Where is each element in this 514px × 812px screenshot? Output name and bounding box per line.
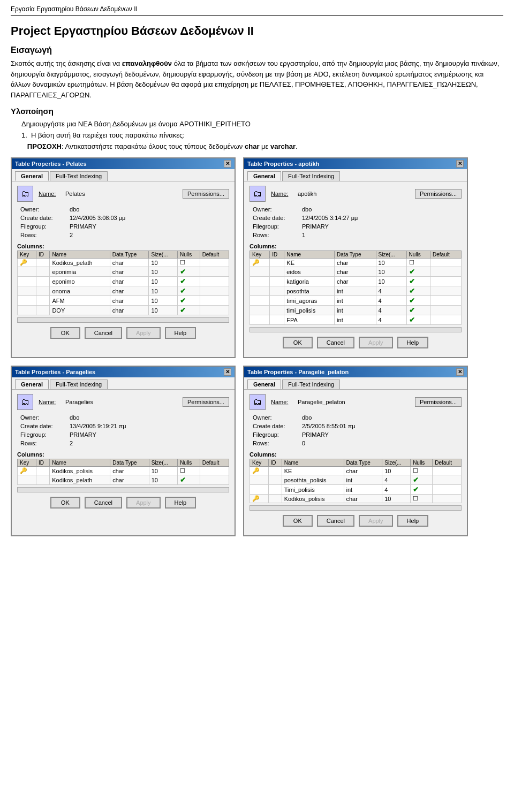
permissions-btn-pelates[interactable]: Permissions... xyxy=(183,189,229,199)
warning-bold: ΠΡΟΣΟΧΗ xyxy=(27,142,62,150)
dialog-pelates-buttons: OK Cancel Apply Help xyxy=(17,324,229,343)
dialog-apotikh-buttons: OK Cancel Apply Help xyxy=(250,333,462,353)
dialogs-row-1: Table Properties - Pelates ✕ General Ful… xyxy=(11,157,503,358)
dialog-paragelies-body: 🗂 Name: Paragelies Permissions... Owner:… xyxy=(12,390,235,517)
col-header-name: Name xyxy=(50,459,110,467)
columns-label-apotikh: Columns: xyxy=(250,243,462,249)
close-icon[interactable]: ✕ xyxy=(456,368,464,376)
permissions-btn-paragelie-pelaton[interactable]: Permissions... xyxy=(415,397,462,407)
name-label-paragelies: Name: xyxy=(39,399,65,405)
ok-button-apotikh[interactable]: OK xyxy=(283,337,313,348)
col-header-nulls: Nulls xyxy=(411,459,433,467)
dialog-paragelies-buttons: OK Cancel Apply Help xyxy=(17,494,229,513)
columns-label-pelates: Columns: xyxy=(17,243,229,249)
tab-general-paragelies[interactable]: General xyxy=(15,380,49,389)
ok-button-paragelies[interactable]: OK xyxy=(50,497,80,509)
table-row: 🔑 Kodikos_pelath char 10 ☐ xyxy=(18,259,229,267)
col-header-id: ID xyxy=(270,251,284,259)
columns-label-paragelie-pelaton: Columns: xyxy=(250,451,462,458)
col-header-default: Default xyxy=(200,459,229,467)
close-icon[interactable]: ✕ xyxy=(224,368,231,376)
table-row: timi_polisisint4 ✔ xyxy=(250,306,462,315)
hscroll-apotikh[interactable] xyxy=(250,327,462,332)
dialog-paragelies-titlebar: Table Properties - Paragelies ✕ xyxy=(12,367,235,377)
columns-table-paragelie-pelaton: Key ID Name Data Type Size(... Nulls Def… xyxy=(250,459,462,503)
tab-fulltext-pelates[interactable]: Full-Text Indexing xyxy=(50,171,108,181)
dialog-apotikh: Table Properties - apotikh ✕ General Ful… xyxy=(243,157,468,358)
table-row: FPAint4 ✔ xyxy=(250,315,462,325)
columns-table-pelates: Key ID Name Data Type Size(... Nulls Def… xyxy=(17,251,229,315)
table-icon-paragelie-pelaton: 🗂 xyxy=(250,394,266,410)
col-header-type: Data Type xyxy=(344,459,382,467)
cancel-button-paragelies[interactable]: Cancel xyxy=(85,497,122,509)
table-row: Kodikos_pelathchar10 ✔ xyxy=(18,475,229,485)
info-table-paragelie-pelaton: Owner:dbo Create date:2/5/2005 8:55:01 π… xyxy=(250,413,462,448)
cancel-button-paragelie-pelaton[interactable]: Cancel xyxy=(317,515,354,527)
section2-title: Υλοποίηση xyxy=(11,107,503,116)
table-row: 🔑 KEchar10 ☐ xyxy=(250,259,462,267)
info-table-paragelies: Owner:dbo Create date:13/4/2005 9:19:21 … xyxy=(17,413,229,448)
table-row: posothta_polisisint4 ✔ xyxy=(250,475,462,485)
table-row: eidoschar10 ✔ xyxy=(250,267,462,277)
permissions-btn-paragelies[interactable]: Permissions... xyxy=(183,397,229,407)
col-header-type: Data Type xyxy=(110,459,149,467)
dialog-pelates: Table Properties - Pelates ✕ General Ful… xyxy=(11,157,236,358)
tab-fulltext-apotikh[interactable]: Full-Text Indexing xyxy=(282,171,340,181)
table-icon-pelates: 🗂 xyxy=(17,186,33,202)
tab-general-apotikh[interactable]: General xyxy=(247,171,281,181)
dialog-pelates-body: 🗂 Name: Pelates Permissions... Owner:dbo… xyxy=(12,181,235,347)
step1-text: Δημιουργήστε μια ΝΕΑ Βάση Δεδομένων με ό… xyxy=(21,119,503,152)
help-button-paragelies[interactable]: Help xyxy=(165,497,196,509)
page-header: Εργασία Εργαστηρίου Βάσεων Δεδομένων ΙΙ xyxy=(11,5,503,16)
tab-general-paragelie-pelaton[interactable]: General xyxy=(247,380,281,389)
dialog-paragelies: Table Properties - Paragelies ✕ General … xyxy=(11,366,236,536)
col-header-default: Default xyxy=(200,251,229,259)
hscroll-paragelie-pelaton[interactable] xyxy=(250,505,462,511)
col-header-key: Key xyxy=(18,459,36,467)
name-value-pelates: Pelates xyxy=(65,191,183,197)
apply-button-apotikh[interactable]: Apply xyxy=(359,337,393,348)
dialog-pelates-title: Table Properties - Pelates xyxy=(15,161,87,167)
col-header-key: Key xyxy=(250,459,269,467)
columns-label-paragelies: Columns: xyxy=(17,451,229,458)
intro-paragraph: Σκοπός αυτής της άσκησης είναι να επαναλ… xyxy=(11,58,503,100)
dialog-paragelies-tabs: General Full-Text Indexing xyxy=(12,377,235,390)
col-header-nulls: Nulls xyxy=(177,251,200,259)
columns-table-paragelies: Key ID Name Data Type Size(... Nulls Def… xyxy=(17,459,229,485)
ok-button-paragelie-pelaton[interactable]: OK xyxy=(283,515,313,527)
col-header-id: ID xyxy=(36,459,49,467)
apply-button-pelates[interactable]: Apply xyxy=(126,327,161,339)
help-button-apotikh[interactable]: Help xyxy=(397,337,429,348)
close-icon[interactable]: ✕ xyxy=(224,160,231,168)
cancel-button-apotikh[interactable]: Cancel xyxy=(317,337,354,348)
cancel-button-pelates[interactable]: Cancel xyxy=(85,327,122,339)
tab-fulltext-paragelies[interactable]: Full-Text Indexing xyxy=(50,380,108,389)
dialogs-row-2: Table Properties - Paragelies ✕ General … xyxy=(11,366,503,536)
name-row-paragelies: 🗂 Name: Paragelies Permissions... xyxy=(17,394,229,410)
name-label-paragelie-pelaton: Name: xyxy=(271,399,298,405)
permissions-btn-apotikh[interactable]: Permissions... xyxy=(415,189,462,199)
col-header-name: Name xyxy=(282,459,344,467)
dialog-pelates-titlebar: Table Properties - Pelates ✕ xyxy=(12,158,235,169)
apply-button-paragelies[interactable]: Apply xyxy=(126,497,161,509)
hscroll-paragelies[interactable] xyxy=(17,487,229,492)
apply-button-paragelie-pelaton[interactable]: Apply xyxy=(359,515,393,527)
dialog-paragelies-title: Table Properties - Paragelies xyxy=(15,369,95,375)
table-row: eponimochar10 ✔ xyxy=(18,277,229,286)
tab-general-pelates[interactable]: General xyxy=(15,171,49,181)
ok-button-pelates[interactable]: OK xyxy=(50,327,80,339)
hscroll-pelates[interactable] xyxy=(17,317,229,323)
col-header-type: Data Type xyxy=(110,251,149,259)
help-button-paragelie-pelaton[interactable]: Help xyxy=(397,515,429,527)
tab-fulltext-paragelie-pelaton[interactable]: Full-Text Indexing xyxy=(282,380,340,389)
help-button-pelates[interactable]: Help xyxy=(165,327,196,339)
table-row: posothtaint4 ✔ xyxy=(250,286,462,296)
col-header-name: Name xyxy=(50,251,110,259)
dialog-paragelie-pelaton: Table Properties - Paragelie_pelaton ✕ G… xyxy=(243,366,468,536)
dialog-paragelie-pelaton-tabs: General Full-Text Indexing xyxy=(244,377,467,390)
table-row: Timi_polisisint4 ✔ xyxy=(250,485,462,495)
close-icon[interactable]: ✕ xyxy=(456,160,464,168)
col-header-size: Size(... xyxy=(382,459,411,467)
table-icon-apotikh: 🗂 xyxy=(250,186,266,202)
col-header-size: Size(... xyxy=(149,459,177,467)
